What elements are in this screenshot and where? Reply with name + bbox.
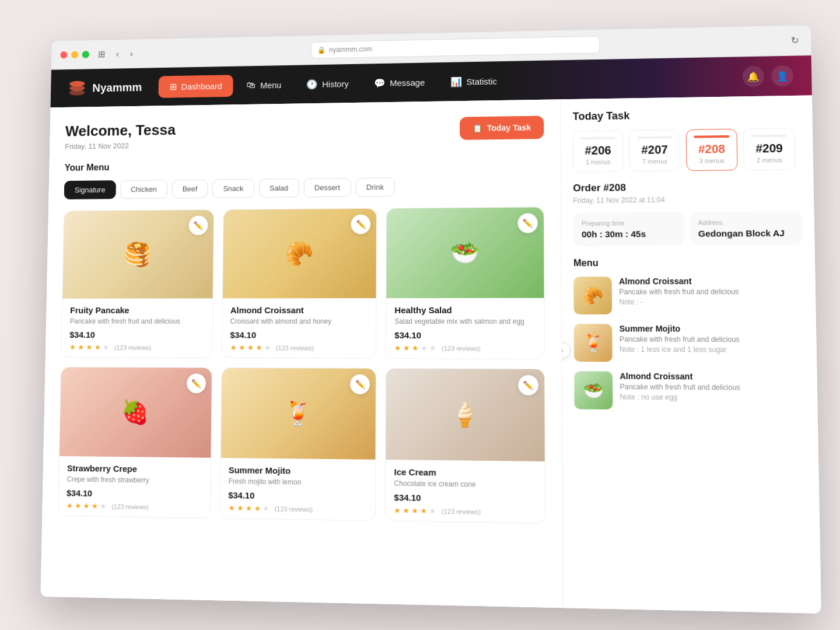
menu-price-salad: $34.10 [394, 330, 536, 340]
menu-desc-mojito: Fresh mojito with lemon [228, 477, 367, 487]
menu-name-icecream: Ice Cream [394, 467, 537, 478]
menu-price-crepe: $34.10 [66, 488, 202, 499]
order-detail-date: Friday, 11 Nov 2022 at 11:04 [573, 195, 802, 205]
menu-name-fruity: Fruity Pancake [70, 305, 204, 315]
menu-desc-crepe: Crepe with fresh strawberry [66, 475, 202, 485]
tab-num-206: #206 [580, 144, 615, 158]
notification-button[interactable]: 🔔 [742, 66, 764, 88]
menu-card-img-mojito: 🍹 ✏️ [220, 368, 376, 460]
order-tab-209[interactable]: #209 2 menus [743, 128, 796, 170]
cat-drink[interactable]: Drink [355, 177, 394, 197]
statistic-icon: 📊 [450, 76, 462, 87]
menu-price-fruity: $34.10 [69, 330, 204, 340]
back-button[interactable]: ‹ [114, 47, 121, 61]
menu-name-croissant: Almond Croissant [230, 305, 368, 315]
refresh-button[interactable]: ↻ [788, 32, 801, 48]
star5: ★ [262, 504, 270, 513]
order-info-cards: Preparing time 00h : 30m : 45s Address G… [573, 211, 803, 246]
cat-beef[interactable]: Beef [172, 180, 208, 199]
nav-message[interactable]: 💬 Message [362, 71, 436, 94]
menu-name-mojito: Summer Mojito [229, 465, 368, 477]
cat-signature[interactable]: Signature [64, 180, 116, 200]
menu-card-fruity-pancake: 🥞 ✏️ Fruity Pancake Pancake with fresh f… [61, 209, 214, 358]
address-card: Address Gedongan Block AJ [690, 211, 802, 246]
order-detail-title: Order #208 [573, 180, 802, 194]
order-item-name-croissant: Almond Croissant [619, 276, 803, 286]
reviews-mojito: (123 reviews) [275, 505, 313, 513]
cat-dessert[interactable]: Dessert [303, 178, 351, 197]
menu-stars-crepe: ★ ★ ★ ★ ★ (123 reviews) [66, 501, 202, 512]
tab-num-208: #208 [694, 142, 729, 156]
star3: ★ [412, 506, 419, 515]
right-panel: › Today Task #206 1 menus #207 7 menus [560, 95, 821, 613]
lock-icon: 🔒 [317, 46, 326, 54]
star1: ★ [66, 501, 74, 510]
menu-stars-mojito: ★ ★ ★ ★ ★ (123 reviews) [228, 503, 367, 514]
menu-card-mojito: 🍹 ✏️ Summer Mojito Fresh mojito with lem… [219, 368, 376, 521]
right-content: Today Task #206 1 menus #207 7 menus [561, 95, 821, 613]
star4: ★ [256, 343, 262, 352]
menu-stars-salad: ★ ★ ★ ★ ★ (123 reviews) [394, 344, 536, 353]
category-tabs: Signature Chicken Beef Snack Salad Desse… [64, 176, 544, 200]
menu-card-img-salad: 🥗 ✏️ [387, 207, 544, 298]
edit-healthy-salad[interactable]: ✏️ [517, 213, 537, 233]
order-item-info-almond2: Almond Croissant Pancake with fresh frui… [620, 372, 805, 402]
tab-menus-207: 7 menus [637, 158, 673, 165]
sidebar-toggle[interactable]: ⊞ [96, 47, 107, 62]
edit-crepe[interactable]: ✏️ [186, 373, 205, 393]
nav-statistic[interactable]: 📊 Statistic [439, 69, 509, 93]
star4: ★ [254, 504, 261, 513]
order-tab-207[interactable]: #207 7 menus [629, 130, 680, 172]
tab-num-209: #209 [751, 142, 788, 156]
menu-card-body-fruity: Fruity Pancake Pancake with fresh fruit … [61, 298, 212, 357]
order-tab-206[interactable]: #206 1 menus [573, 130, 624, 172]
menu-desc-fruity: Pancake with fresh fruit and delicious [70, 317, 205, 326]
cat-snack[interactable]: Snack [212, 179, 254, 198]
minimize-button[interactable] [71, 51, 78, 59]
menu-card-body-crepe: Strawberry Crepe Crepe with fresh strawb… [58, 456, 211, 518]
menu-card-healthy-salad: 🥗 ✏️ Healthy Salad Salad vegetable mix w… [386, 206, 545, 359]
menu-section-title: Menu [573, 257, 803, 269]
menu-card-crepe: 🍓 ✏️ Strawberry Crepe Crepe with fresh s… [58, 367, 212, 519]
forward-button[interactable]: › [128, 46, 135, 61]
close-button[interactable] [60, 51, 67, 59]
star3: ★ [247, 343, 254, 352]
star2: ★ [403, 344, 410, 352]
profile-button[interactable]: 👤 [771, 65, 793, 87]
address-bar[interactable]: 🔒 nyammm.com [311, 36, 600, 58]
menu-stars-croissant: ★ ★ ★ ★ ★ (123 reviews) [230, 343, 368, 352]
menu-card-almond-croissant: 🥐 ✏️ Almond Croissant Croissant with alm… [221, 208, 377, 359]
today-task-button[interactable]: 📋 Today Task [460, 116, 544, 139]
menu-price-croissant: $34.10 [230, 330, 368, 340]
order-item-almond-croissant: 🥐 Almond Croissant Pancake with fresh fr… [573, 276, 803, 314]
order-item-desc-croissant: Pancake with fresh fruit and delicious [619, 288, 803, 296]
menu-card-body-salad: Healthy Salad Salad vegetable mix with s… [386, 298, 544, 359]
reviews-fruity: (123 reviews) [114, 344, 151, 351]
nav-history[interactable]: 🕐 History [295, 72, 360, 96]
cat-salad[interactable]: Salad [258, 178, 299, 198]
star3: ★ [245, 504, 252, 513]
order-item-note-mojito: Note : 1 less ice and 1 less sugar [620, 345, 804, 354]
order-item-icon-mojito: 🍹 [574, 324, 612, 362]
preparing-time-card: Preparing time 00h : 30m : 45s [573, 212, 684, 247]
main-content: Welcome, Tessa Friday, 11 Nov 2022 📋 Tod… [40, 95, 821, 613]
edit-fruity-pancake[interactable]: ✏️ [188, 216, 208, 235]
nav-dashboard[interactable]: ⊞ Dashboard [158, 75, 233, 98]
order-item-img-croissant: 🥐 [573, 276, 612, 314]
logo-area: Nyammm [67, 77, 142, 99]
nav-menu[interactable]: 🛍 Menu [236, 74, 293, 96]
maximize-button[interactable] [82, 51, 89, 58]
order-item-note-croissant: Note : - [619, 298, 803, 306]
order-tab-208[interactable]: #208 3 menus [686, 129, 738, 171]
tab-menus-206: 1 menus [580, 158, 615, 166]
menu-desc-croissant: Croissant with almond and honey [230, 317, 368, 326]
reviews-salad: (123 reviews) [442, 345, 480, 352]
star2: ★ [237, 503, 244, 512]
today-task-title: Today Task [573, 107, 800, 123]
cat-chicken[interactable]: Chicken [120, 180, 167, 199]
order-tabs: #206 1 menus #207 7 menus #208 3 menus [573, 128, 801, 172]
edit-icecream[interactable]: ✏️ [518, 375, 538, 396]
menu-name-salad: Healthy Salad [394, 305, 536, 315]
order-item-note-almond2: Note : no use egg [620, 393, 805, 402]
star5: ★ [429, 344, 436, 352]
